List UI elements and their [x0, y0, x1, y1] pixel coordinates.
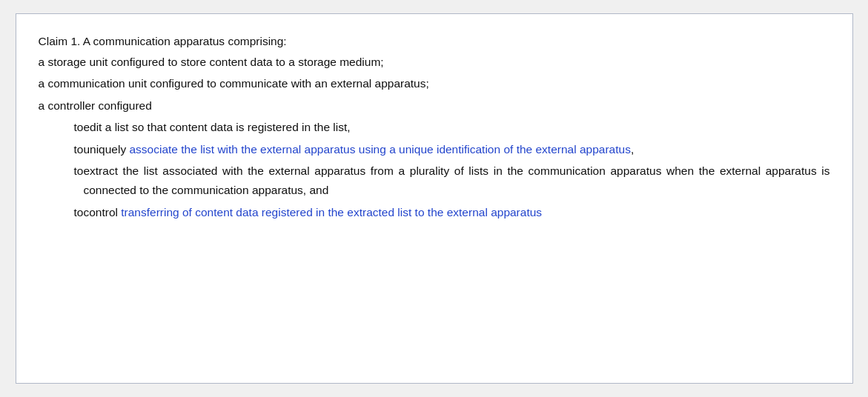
sub-item-edit: to edit a list so that content data is r…: [39, 118, 830, 137]
storage-text: a storage unit configured to store conte…: [39, 56, 384, 68]
controller-text: a controller configured: [39, 99, 152, 112]
claim-number: Claim 1.: [39, 35, 81, 47]
communication-line: a communication unit configured to commu…: [39, 74, 830, 93]
control-blue-text: transferring of content data registered …: [121, 206, 542, 218]
patent-claim-box: Claim 1. A communication apparatus compr…: [16, 13, 853, 384]
associate-blue-text: associate the list with the external app…: [129, 143, 630, 156]
control-content: control transferring of content data reg…: [83, 203, 829, 222]
to-prefix-extract: to: [39, 161, 84, 199]
edit-content: edit a list so that content data is regi…: [83, 118, 829, 137]
storage-line: a storage unit configured to store conte…: [39, 53, 830, 72]
extract-content: extract the list associated with the ext…: [83, 161, 829, 199]
to-prefix-control: to: [39, 203, 84, 222]
controller-line: a controller configured: [39, 96, 830, 116]
to-prefix-edit: to: [39, 118, 84, 137]
associate-content: uniquely associate the list with the ext…: [83, 140, 829, 159]
sub-item-control: to control transferring of content data …: [39, 203, 830, 222]
claim-title: A communication apparatus comprising:: [83, 35, 287, 47]
sub-item-extract: to extract the list associated with the …: [39, 161, 830, 199]
claim-header: Claim 1. A communication apparatus compr…: [39, 32, 830, 51]
sub-item-associate: to uniquely associate the list with the …: [39, 140, 830, 159]
to-prefix-associate: to: [39, 140, 84, 159]
communication-text: a communication unit configured to commu…: [39, 77, 429, 90]
